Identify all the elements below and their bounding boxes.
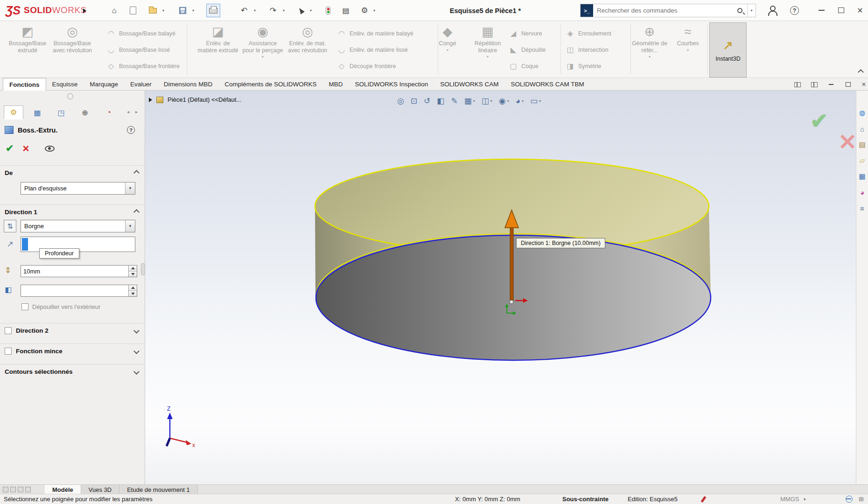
graphics-viewport[interactable]: Z x Pièce1 (Défaut) <<Défaut... ◎ ⊡	[145, 91, 868, 484]
ribbon-small-button[interactable]: ◠ Bossage/Base balayé	[106, 25, 180, 42]
window-close-button[interactable]: ✕	[853, 3, 867, 17]
ribbon-tab[interactable]: SOLIDWORKS CAM TBM	[505, 78, 590, 91]
section-selected-contours[interactable]: Contours sélectionnés	[0, 364, 145, 379]
draft-spinner[interactable]	[128, 285, 137, 296]
open-button[interactable]	[146, 4, 160, 17]
save-button[interactable]	[175, 4, 189, 17]
thin-feature-checkbox[interactable]	[5, 348, 12, 355]
model-tab[interactable]: Etude de mouvement 1	[119, 485, 197, 494]
help-button[interactable]: ?	[790, 6, 799, 15]
view-tool-button[interactable]: ▦ ▾	[464, 96, 475, 106]
print-button[interactable]	[206, 4, 220, 17]
rebuild-button[interactable]	[321, 4, 335, 17]
cancel-button[interactable]: ✕	[22, 143, 30, 154]
draft-outward-checkbox[interactable]	[21, 303, 28, 310]
dropdown-arrow-icon[interactable]: ▾	[473, 99, 475, 103]
dropdown-arrow-icon[interactable]: ▾	[649, 55, 651, 59]
manager-tab[interactable]: ◔	[99, 105, 119, 119]
home-button[interactable]: ⌂	[107, 4, 121, 17]
search-assistant-icon[interactable]: >_	[581, 4, 593, 17]
dropdown-arrow-icon[interactable]: ▾	[262, 55, 264, 59]
search-dropdown-arrow[interactable]: ▾	[747, 4, 756, 17]
ribbon-button[interactable]: ▦ Répétition linéaire ▾	[469, 23, 507, 76]
ribbon-button[interactable]: ⊕ Géométrie de référ... ▾	[631, 23, 668, 76]
task-pane-tab[interactable]: ◍	[858, 108, 867, 118]
pane-control-icon[interactable]	[25, 487, 31, 492]
task-pane-tab[interactable]: ▤	[858, 140, 867, 149]
ribbon-small-button[interactable]: ◇ Bossage/Base frontière	[106, 58, 180, 74]
preview-eye-button[interactable]	[45, 146, 55, 152]
view-tool-button[interactable]: ✎	[451, 96, 457, 106]
doc-close-button[interactable]: ✕	[859, 80, 868, 89]
section-direction2[interactable]: Direction 2	[0, 323, 145, 338]
end-condition-dropdown[interactable]: Borgne ▼	[21, 220, 135, 232]
view-tool-button[interactable]: ◫ ▾	[482, 96, 492, 106]
ok-button[interactable]: ✔	[6, 143, 14, 154]
options-sheet-button[interactable]: ▤	[339, 4, 353, 17]
select-dropdown-arrow[interactable]: ▾	[310, 8, 312, 13]
account-button[interactable]	[768, 6, 777, 15]
dropdown-arrow-icon[interactable]: ▾	[507, 99, 509, 103]
task-pane-tab[interactable]: ≡	[858, 203, 867, 213]
ribbon-tab[interactable]: Compléments de SOLIDWORKS	[218, 78, 322, 91]
ribbon-button[interactable]: ◎ Bossage/Base avec révolution	[52, 23, 93, 76]
model-tab[interactable]: Vues 3D	[81, 485, 119, 494]
ribbon-tab[interactable]: Fonctions	[3, 78, 46, 91]
ribbon-small-button[interactable]: ◨ Symétrie	[566, 58, 611, 74]
redo-dropdown-arrow[interactable]: ▾	[283, 8, 285, 13]
ribbon-small-button[interactable]: ◫ Intersection	[566, 42, 611, 58]
ribbon-tab[interactable]: Esquisse	[46, 78, 84, 91]
select-button[interactable]	[294, 4, 308, 17]
dropdown-arrow-icon[interactable]: ▾	[487, 55, 489, 59]
search-icon[interactable]	[737, 8, 742, 13]
pm-help-button[interactable]: ?	[127, 126, 135, 134]
spinner-down-button[interactable]	[129, 271, 137, 277]
ribbon-button[interactable]: ≈ Courbes ▾	[669, 23, 707, 76]
section-from[interactable]: De	[0, 165, 145, 180]
logo-flyout-arrow-icon[interactable]	[83, 8, 86, 13]
feature-tree-flyout[interactable]: Pièce1 (Défaut) <<Défaut...	[149, 96, 241, 103]
manager-tab[interactable]: ⊕	[75, 105, 95, 119]
ribbon-tab[interactable]: Marquage	[84, 78, 124, 91]
direction2-checkbox[interactable]	[5, 327, 12, 334]
section-direction1[interactable]: Direction 1	[0, 204, 145, 219]
command-search[interactable]: >_ ▾	[580, 4, 756, 17]
from-dropdown[interactable]: Plan d'esquisse ▼	[21, 182, 135, 195]
view-tool-button[interactable]: ◉ ▾	[499, 96, 509, 106]
pane-control-icon[interactable]	[10, 487, 16, 492]
confirm-cancel-button[interactable]: ✕	[838, 129, 857, 155]
ribbon-tab[interactable]: MBD	[322, 78, 349, 91]
new-document-button[interactable]	[126, 4, 140, 17]
ribbon-button[interactable]: ◉ Assistance pour le perçage ▾	[242, 23, 283, 76]
units-selector[interactable]: MMGS	[780, 496, 799, 503]
undo-button[interactable]: ↶	[237, 4, 251, 17]
ribbon-tab[interactable]: SOLIDWORKS Inspection	[349, 78, 434, 91]
tree-expand-arrow-icon[interactable]	[149, 98, 152, 102]
task-pane-tab[interactable]: ▱	[858, 156, 867, 165]
tab-scroll-left[interactable]: ◂	[127, 109, 129, 114]
instant3d-button[interactable]: ↗ Instant3D	[709, 22, 747, 77]
confirm-ok-button[interactable]: ✔	[810, 108, 828, 133]
dropdown-arrow-icon[interactable]: ▾	[447, 48, 448, 52]
split-pane-2-button[interactable]	[809, 80, 819, 89]
expand-grid-icon[interactable]: ⊞	[859, 496, 864, 503]
manager-tab[interactable]: ⚙	[4, 105, 23, 119]
open-dropdown-arrow[interactable]: ▾	[162, 8, 164, 13]
ribbon-button[interactable]: ◩ Bossage/Base extrudé	[7, 23, 48, 76]
pane-control-icon[interactable]	[3, 487, 8, 492]
task-pane-tab[interactable]: ⌂	[858, 124, 867, 133]
dropdown-arrow-icon[interactable]: ▼	[125, 182, 135, 194]
ribbon-button[interactable]: ◎ Enlèv. de mat. avec révolution	[287, 23, 328, 76]
ribbon-button[interactable]: ◪ Enlèv. de matière extrudé	[197, 23, 238, 76]
ribbon-small-button[interactable]: ◡ Enlèv. de matière lissé	[337, 42, 413, 58]
redo-button[interactable]: ↷	[266, 4, 280, 17]
model-tab[interactable]: Modèle	[45, 485, 81, 494]
ribbon-tab[interactable]: Evaluer	[124, 78, 158, 91]
view-tool-button[interactable]: ↺	[424, 96, 430, 106]
ribbon-small-button[interactable]: ◇ Découpe frontière	[337, 58, 413, 74]
window-maximize-button[interactable]	[834, 3, 848, 17]
world-icon[interactable]	[846, 496, 853, 503]
ribbon-tab[interactable]: SOLIDWORKS CAM	[434, 78, 504, 91]
split-pane-button[interactable]	[792, 80, 803, 89]
tab-scroll-right[interactable]: ▸	[135, 109, 138, 114]
